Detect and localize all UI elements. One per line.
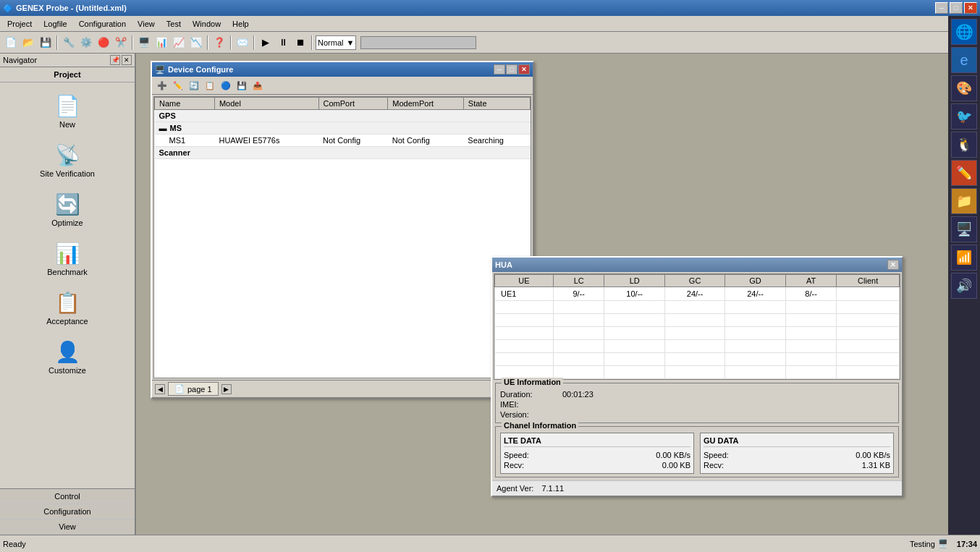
right-icon-globe[interactable]: 🌐 [951,19,977,45]
nav-item-customize[interactable]: 👤 Customize [0,334,135,378]
menu-logfile[interactable]: Logfile [38,16,72,31]
tb-new-btn[interactable]: 📄 [3,35,19,51]
device-tb-btn1[interactable]: ➕ [155,78,169,93]
optimize-label: Optimize [51,218,83,227]
nav-item-optimize[interactable]: 🔄 Optimize [0,187,135,230]
lte-recv-row: Recv: 0.00 KB [504,460,690,470]
device-close-btn[interactable]: ✕ [518,64,530,75]
app-title: GENEX Probe - (Untitled.xml) [16,4,127,12]
nav-view-item[interactable]: View [0,519,135,535]
menu-configuration[interactable]: Configuration [73,16,132,31]
device-configure-window: 🖥️ Device Configure ─ □ ✕ ➕ ✏️ 🔄 📋 🔵 [151,61,534,399]
tb-btn8[interactable]: 🖥️ [136,35,152,51]
navigator-pin-btn[interactable]: 📌 [110,55,120,65]
maximize-button[interactable]: □ [950,2,963,14]
tb-icon13: ✉️ [237,37,248,48]
device-tb-icon1: ➕ [157,81,167,90]
menu-help[interactable]: Help [227,16,255,31]
right-icon-sound[interactable]: 🔊 [951,273,977,299]
tb-sep5 [253,35,255,50]
right-icon-folder[interactable]: 📁 [951,188,977,214]
right-icon-monitor[interactable]: 🖥️ [951,216,977,242]
minimize-button[interactable]: ─ [935,2,948,14]
nav-icons-grid: 📄 New 📡 Site Verification 🔄 Optimize [0,82,135,383]
tb-pause-btn[interactable]: ⏸ [275,35,291,51]
channel-information-legend: Chanel Information [502,421,578,430]
table-row[interactable]: GPS [155,110,531,122]
page-icon: 📄 [174,384,185,394]
status-time: 17:34 [957,540,977,548]
tb-open-btn[interactable]: 📂 [20,35,36,51]
channel-grid: LTE DATA Speed: 0.00 KB/s Recv: 0.00 KB [500,433,894,474]
hua-table-row[interactable]: UE1 9/-- 10/-- 24/-- 24/-- 8/-- [495,287,900,301]
hua-empty-row [495,327,900,340]
tb-btn6[interactable]: 🔴 [96,35,111,51]
tb-play-btn[interactable]: ▶ [258,35,274,51]
table-row[interactable]: Scanner [155,147,531,159]
right-icon-edit[interactable]: ✏️ [951,160,977,186]
tb-btn13[interactable]: ✉️ [235,35,250,51]
right-icon-bird[interactable]: 🐦 [951,103,977,129]
progress-bar [360,36,476,49]
nav-configuration-item[interactable]: Configuration [0,504,135,519]
close-button[interactable]: ✕ [964,2,977,14]
device-tb-btn7[interactable]: 📤 [250,78,265,93]
page-tab[interactable]: 📄 page 1 [168,382,219,396]
tb-stop-btn[interactable]: ⏹ [292,35,308,51]
tb-btn4[interactable]: 🔧 [61,35,77,51]
col-comport: ComPort [318,98,388,110]
menu-test[interactable]: Test [161,16,187,31]
gps-model [214,110,318,122]
nav-control-item[interactable]: Control [0,489,135,504]
site-nav-icon: 📡 [53,140,82,169]
ms-name: ▬MS [155,122,215,135]
ms1-state: Searching [463,135,530,147]
customize-icon-symbol: 👤 [55,340,80,364]
tb-btn10[interactable]: 📈 [171,35,187,51]
ms1-modemport: Not Config [388,135,464,147]
device-tb-btn5[interactable]: 🔵 [219,78,233,93]
right-icon-paint[interactable]: 🎨 [951,75,977,101]
device-minimize-btn[interactable]: ─ [494,64,505,75]
tb-sep2 [132,35,133,50]
tb-btn11[interactable]: 📉 [188,35,204,51]
menu-window[interactable]: Window [187,16,227,31]
tb-btn12[interactable]: ❓ [211,35,227,51]
right-icon-signal[interactable]: 📶 [951,245,977,271]
new-icon-symbol: 📄 [55,94,80,118]
optimize-icon-symbol: 🔄 [55,192,80,216]
device-tb-btn2[interactable]: ✏️ [171,78,185,93]
tb-btn5[interactable]: ⚙️ [78,35,94,51]
navigator-close-btn[interactable]: ✕ [122,55,132,65]
nav-item-site[interactable]: 📡 Site Verification [0,137,135,181]
table-row[interactable]: MS1 HUAWEI E5776s Not Config Not Config … [155,135,531,147]
hua-empty-row [495,366,900,379]
device-maximize-btn[interactable]: □ [506,64,518,75]
nav-item-acceptance[interactable]: 📋 Acceptance [0,285,135,328]
menu-project[interactable]: Project [1,16,38,31]
gu-data-title: GU DATA [704,436,890,447]
tb-btn7[interactable]: ✂️ [113,35,129,51]
benchmark-nav-icon: 📊 [53,239,82,268]
tb-btn9[interactable]: 📊 [153,35,169,51]
device-tb-btn4[interactable]: 📋 [203,78,217,93]
hua-close-btn[interactable]: ✕ [887,260,899,270]
device-tb-btn3[interactable]: 🔄 [187,78,201,93]
menu-view[interactable]: View [132,16,161,31]
lte-recv-value: 0.00 KB [662,461,690,470]
tb-save-btn[interactable]: 💾 [38,35,54,51]
device-tb-btn6[interactable]: 💾 [235,78,249,93]
site-icon-symbol: 📡 [55,143,80,167]
normal-dropdown[interactable]: Normal ▼ [316,35,356,50]
site-label: Site Verification [40,169,95,178]
nav-item-benchmark[interactable]: 📊 Benchmark [0,236,135,279]
new-label: New [59,120,75,129]
table-row[interactable]: ▬MS [155,122,531,135]
scroll-left-btn[interactable]: ◀ [155,384,165,394]
right-icon-penguin[interactable]: 🐧 [951,132,977,158]
device-table-container: Name Model ComPort ModemPort State GPS [153,96,531,378]
nav-item-new[interactable]: 📄 New [0,88,135,132]
gu-recv-row: Recv: 1.31 KB [704,460,890,470]
scroll-right-btn[interactable]: ▶ [221,384,232,394]
right-icon-ie[interactable]: e [951,47,977,73]
